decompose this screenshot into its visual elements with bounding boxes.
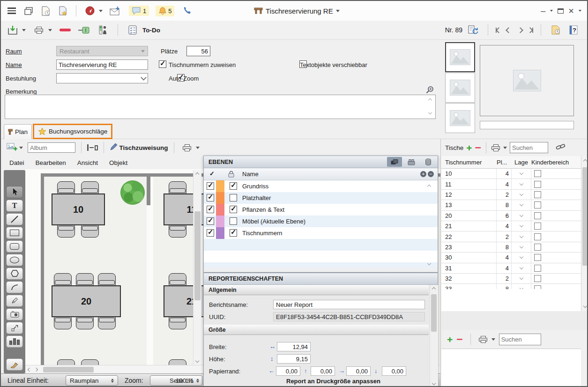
compass-dropdown-icon[interactable]: [99, 10, 103, 12]
lage-dropdown[interactable]: [512, 253, 531, 262]
remove-layer-button[interactable]: −: [428, 171, 434, 177]
tische-print-icon[interactable]: [491, 140, 500, 155]
chat-badge[interactable]: 1: [129, 6, 149, 16]
tische-print-dropdown-icon[interactable]: [503, 147, 507, 149]
plaetze-input[interactable]: 56: [186, 46, 210, 56]
kinderbereich-checkbox[interactable]: [534, 275, 541, 282]
lage-dropdown[interactable]: [512, 211, 531, 221]
phone-icon[interactable]: [180, 3, 194, 18]
image-thumbnail-3[interactable]: [445, 103, 475, 133]
add-layer-button[interactable]: +: [420, 171, 426, 177]
nav-prev-button[interactable]: [506, 27, 512, 33]
table-row[interactable]: 12 2: [441, 190, 581, 200]
raum-select[interactable]: Restaurant: [56, 46, 148, 56]
tool-scale[interactable]: [6, 322, 23, 334]
table-row[interactable]: 10 4: [441, 169, 581, 179]
tab-buchungsvorschlaege[interactable]: Buchungsvorschläge: [33, 124, 112, 139]
hoehe-input[interactable]: 9,15: [277, 354, 311, 364]
print-dropdown-icon[interactable]: [48, 29, 52, 31]
layer-visible-checkbox[interactable]: [207, 229, 214, 237]
tab-plan[interactable]: Plan: [4, 124, 32, 139]
chair[interactable]: [169, 317, 186, 329]
image-preview[interactable]: [480, 45, 574, 116]
tool-polygon[interactable]: [6, 268, 23, 280]
layer-visible-checkbox[interactable]: [207, 206, 214, 213]
remove-line-icon[interactable]: [58, 22, 72, 37]
print-icon[interactable]: [32, 22, 46, 37]
raum-label[interactable]: Raum: [6, 48, 22, 55]
menu-item[interactable]: Ansicht: [77, 159, 98, 166]
nav-first-button[interactable]: [496, 28, 501, 33]
close-dropdown-icon[interactable]: [579, 10, 581, 12]
kinderbereich-checkbox[interactable]: [534, 223, 541, 230]
image-caption-field[interactable]: [480, 121, 574, 129]
rand-oben-input[interactable]: 0,00: [311, 366, 335, 376]
tool-paintbrush[interactable]: [6, 358, 23, 371]
plan-table-10[interactable]: 10: [52, 194, 105, 225]
menu-item[interactable]: Objekt: [109, 159, 127, 166]
layer-row[interactable]: Platzhalter: [204, 192, 438, 204]
layer-print-checkbox[interactable]: [230, 206, 237, 213]
column-header-kinderbereich[interactable]: Kinderbereich: [531, 159, 569, 166]
window-title-group[interactable]: Tischreservierung RE: [254, 1, 340, 21]
tische-scrollbar[interactable]: [581, 156, 588, 311]
layer-color-swatch[interactable]: [216, 192, 224, 204]
maximize-button[interactable]: [558, 8, 564, 14]
lage-dropdown[interactable]: [512, 169, 531, 179]
image-thumbnail-1[interactable]: [445, 42, 475, 72]
layer-row[interactable]: Pflanzen & Text: [204, 204, 438, 216]
layer-visible-checkbox[interactable]: [207, 217, 214, 225]
tischnummern-checkbox-label[interactable]: Tischnummern zuweisen: [169, 61, 236, 68]
tool-pen[interactable]: [6, 295, 23, 307]
chair[interactable]: [76, 273, 94, 286]
image-thumbnail-2[interactable]: [445, 73, 475, 103]
compass-icon[interactable]: [83, 3, 97, 18]
berichtsname-input[interactable]: Neuer Report: [273, 300, 425, 309]
kinderbereich-checkbox[interactable]: [534, 181, 541, 188]
tische-scroll-thumb[interactable]: [582, 167, 588, 266]
rand-unten-input[interactable]: 0,00: [382, 366, 406, 376]
layer-row[interactable]: Tischnummern: [204, 227, 438, 239]
tool-rounded-rectangle[interactable]: [6, 240, 23, 253]
album-add-icon[interactable]: [7, 142, 17, 153]
kinderbereich-checkbox[interactable]: [534, 170, 541, 177]
chair[interactable]: [98, 273, 116, 286]
tool-ellipse[interactable]: [6, 254, 23, 266]
lineal-einheit-select[interactable]: Raumplan: [66, 375, 118, 386]
document-clock-icon[interactable]: [38, 3, 52, 18]
layer-print-checkbox[interactable]: [230, 229, 237, 237]
lage-dropdown[interactable]: [512, 231, 531, 241]
album-add-dropdown-icon[interactable]: [19, 147, 23, 149]
todo-icon[interactable]: [126, 22, 140, 37]
layer-color-swatch[interactable]: [216, 204, 224, 216]
canvas-hscroll-right[interactable]: [34, 368, 38, 372]
tool-image[interactable]: [6, 308, 23, 320]
table-row[interactable]: 32 2: [441, 274, 581, 284]
layer-visible-checkbox[interactable]: [207, 194, 214, 201]
tischnummern-checkbox[interactable]: [159, 60, 166, 68]
tool-line[interactable]: [6, 213, 23, 225]
tischzuweisung-label[interactable]: Tischzuweisung: [119, 144, 168, 151]
allgemein-section[interactable]: Allgemein: [204, 285, 429, 295]
day-document-icon[interactable]: [549, 22, 563, 37]
column-header-tischnummer[interactable]: Tischnummer: [441, 159, 497, 166]
textobjekte-checkbox-label[interactable]: Textobjekte verschiebbar: [300, 61, 367, 68]
chair[interactable]: [54, 317, 72, 329]
tool-select-cursor[interactable]: [6, 186, 23, 198]
chair[interactable]: [81, 181, 99, 194]
data-view-button[interactable]: [421, 157, 436, 167]
lage-dropdown[interactable]: [512, 190, 531, 200]
autozoom-checkbox-label[interactable]: Auto-Zoom: [169, 75, 199, 82]
kinderbereich-checkbox[interactable]: [534, 244, 541, 251]
close-button[interactable]: ×: [568, 6, 574, 16]
document-star-icon[interactable]: [55, 3, 69, 18]
column-header-lage[interactable]: Lage: [512, 159, 531, 166]
occupancy-icon[interactable]: [96, 22, 110, 37]
report-scroll-thumb[interactable]: [431, 294, 437, 332]
align-flip-icon[interactable]: [87, 144, 98, 151]
import-icon[interactable]: [6, 22, 20, 37]
layers-view-button[interactable]: [387, 157, 402, 167]
chair[interactable]: [54, 273, 72, 286]
table-row[interactable]: 11 4: [441, 179, 581, 189]
menu-item[interactable]: Datei: [9, 159, 24, 166]
